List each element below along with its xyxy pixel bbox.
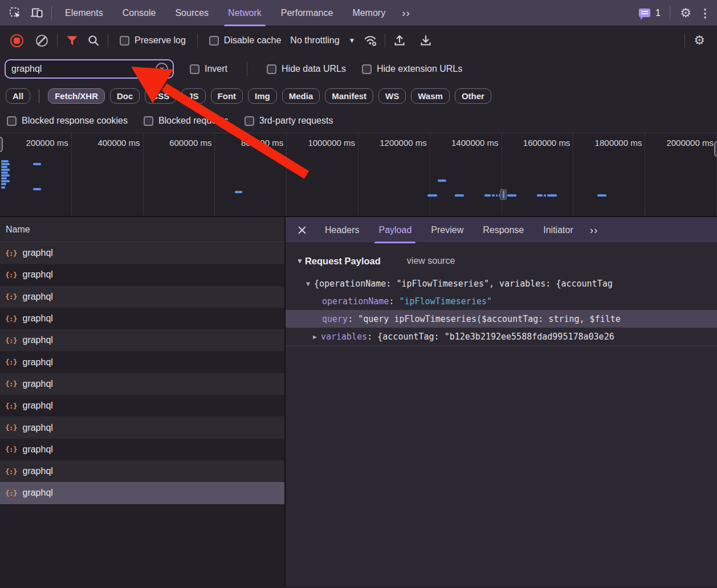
tab-memory[interactable]: Memory bbox=[343, 0, 395, 26]
detail-tab-headers[interactable]: Headers bbox=[315, 217, 369, 243]
payload-text: variables bbox=[321, 332, 367, 342]
filter-chip-all[interactable]: All bbox=[6, 88, 30, 104]
checkbox-box[interactable] bbox=[362, 64, 372, 74]
request-name: graphql bbox=[22, 335, 52, 345]
checkbox-box[interactable] bbox=[245, 116, 254, 126]
filter-chip-other[interactable]: Other bbox=[455, 88, 491, 104]
tab-performance[interactable]: Performance bbox=[271, 0, 343, 26]
checkbox-box[interactable] bbox=[7, 116, 17, 126]
network-overview-timeline[interactable]: 200000 ms400000 ms600000 ms800000 ms1000… bbox=[0, 133, 717, 217]
checkbox-box[interactable] bbox=[190, 64, 199, 74]
request-row[interactable]: {:}graphql bbox=[0, 482, 284, 504]
divider bbox=[385, 34, 385, 47]
preserve-log-checkbox[interactable]: Preserve log bbox=[120, 35, 186, 46]
invert-checkbox[interactable]: Invert bbox=[190, 64, 227, 74]
inspect-element-icon[interactable] bbox=[5, 0, 26, 26]
detail-tab-payload[interactable]: Payload bbox=[369, 217, 421, 243]
main-tabs: ElementsConsoleSourcesNetworkPerformance… bbox=[55, 0, 395, 26]
kebab-menu-icon[interactable]: ⋮ bbox=[698, 0, 712, 26]
filter-chip-font[interactable]: Font bbox=[211, 88, 243, 104]
network-settings-gear-icon[interactable]: ⚙ bbox=[689, 27, 710, 54]
filter-chip-ws[interactable]: WS bbox=[378, 88, 406, 104]
view-source-link[interactable]: view source bbox=[407, 256, 455, 266]
request-name: graphql bbox=[22, 466, 52, 476]
request-row[interactable]: {:}graphql bbox=[0, 264, 284, 285]
payload-line[interactable]: query: "query ipFlowTimeseries($accountT… bbox=[286, 310, 717, 328]
checkbox-box[interactable] bbox=[144, 116, 153, 126]
search-icon[interactable] bbox=[83, 27, 104, 54]
overview-right-grip[interactable] bbox=[714, 141, 717, 157]
request-row[interactable]: {:}graphql bbox=[0, 439, 284, 460]
payload-text: "ipFlowTimeseries" bbox=[399, 296, 492, 307]
detail-tabbar: HeadersPayloadPreviewResponseInitiator ›… bbox=[286, 217, 717, 243]
hide-data-urls-checkbox[interactable]: Hide data URLs bbox=[267, 64, 346, 74]
request-row[interactable]: {:}graphql bbox=[0, 286, 284, 308]
divider bbox=[108, 34, 108, 47]
filter-chip-media[interactable]: Media bbox=[282, 88, 320, 104]
-rd-party-requests-checkbox[interactable]: 3rd-party requests bbox=[245, 116, 333, 126]
filter-chip-css[interactable]: CSS bbox=[145, 88, 176, 104]
filter-input-box[interactable]: × bbox=[5, 59, 174, 79]
collapse-triangle-icon[interactable]: ▼ bbox=[296, 257, 303, 265]
issues-icon[interactable] bbox=[639, 9, 650, 17]
request-name: graphql bbox=[22, 248, 52, 258]
disable-cache-checkbox[interactable]: Disable cache bbox=[209, 35, 282, 46]
clear-filter-icon[interactable]: × bbox=[156, 63, 168, 75]
more-detail-tabs-icon[interactable]: ›› bbox=[583, 224, 605, 236]
checkbox-label: 3rd-party requests bbox=[259, 116, 333, 126]
filter-chip-js[interactable]: JS bbox=[181, 88, 205, 104]
request-timing-bar bbox=[1, 180, 10, 182]
request-row[interactable]: {:}graphql bbox=[0, 395, 284, 416]
tab-network[interactable]: Network bbox=[218, 0, 271, 26]
tab-elements[interactable]: Elements bbox=[55, 0, 113, 26]
clear-network-log-button[interactable] bbox=[36, 35, 48, 47]
request-name: graphql bbox=[22, 292, 52, 302]
name-column-header[interactable]: Name bbox=[0, 217, 284, 242]
checkbox-box[interactable] bbox=[209, 36, 219, 46]
checkbox-box[interactable] bbox=[120, 36, 129, 46]
disable-cache-label: Disable cache bbox=[224, 35, 282, 46]
payload-text: query bbox=[322, 314, 348, 324]
device-toolbar-icon[interactable] bbox=[26, 0, 48, 26]
filter-chip-img[interactable]: Img bbox=[248, 88, 277, 104]
record-network-log-button[interactable] bbox=[10, 34, 23, 47]
request-row[interactable]: {:}graphql bbox=[0, 308, 284, 329]
overview-left-grip[interactable] bbox=[0, 137, 3, 152]
throttling-select[interactable]: No throttling ▼ bbox=[290, 35, 355, 46]
divider bbox=[670, 6, 670, 20]
request-row[interactable]: {:}graphql bbox=[0, 416, 284, 438]
detail-tab-initiator[interactable]: Initiator bbox=[533, 217, 582, 243]
request-row[interactable]: {:}graphql bbox=[0, 460, 284, 482]
payload-line[interactable]: ▶variables: {accountTag: "b12e3b2192ee55… bbox=[286, 328, 717, 345]
checkbox-box[interactable] bbox=[267, 64, 276, 74]
hide-extension-urls-checkbox[interactable]: Hide extension URLs bbox=[362, 64, 462, 74]
filter-chip-wasm[interactable]: Wasm bbox=[411, 88, 450, 104]
settings-gear-icon[interactable]: ⚙ bbox=[675, 0, 696, 26]
tab-sources[interactable]: Sources bbox=[165, 0, 218, 26]
preserve-log-label: Preserve log bbox=[135, 35, 186, 46]
json-braces-icon: {:} bbox=[5, 271, 17, 279]
filter-chip-manifest[interactable]: Manifest bbox=[325, 88, 373, 104]
payload-line[interactable]: operationName: "ipFlowTimeseries" bbox=[286, 292, 717, 310]
close-details-icon[interactable] bbox=[292, 217, 312, 243]
request-row[interactable]: {:}graphql bbox=[0, 351, 284, 373]
request-row[interactable]: {:}graphql bbox=[0, 242, 284, 264]
export-har-icon[interactable] bbox=[415, 27, 437, 54]
request-row[interactable]: {:}graphql bbox=[0, 329, 284, 351]
filter-input[interactable] bbox=[11, 64, 156, 74]
detail-tab-response[interactable]: Response bbox=[473, 217, 533, 243]
network-conditions-icon[interactable] bbox=[360, 27, 381, 54]
tab-console[interactable]: Console bbox=[113, 0, 166, 26]
json-braces-icon: {:} bbox=[5, 379, 17, 388]
more-tabs-icon[interactable]: ›› bbox=[395, 7, 417, 19]
request-row[interactable]: {:}graphql bbox=[0, 373, 284, 395]
filter-funnel-icon[interactable] bbox=[61, 27, 83, 54]
filter-chip-doc[interactable]: Doc bbox=[110, 88, 140, 104]
blocked-requests-checkbox[interactable]: Blocked requests bbox=[144, 116, 229, 126]
detail-tab-preview[interactable]: Preview bbox=[421, 217, 473, 243]
import-har-icon[interactable] bbox=[389, 27, 410, 54]
filter-chip-fetchxhr[interactable]: Fetch/XHR bbox=[48, 88, 105, 104]
request-timing-bar bbox=[1, 183, 6, 185]
blocked-response-cookies-checkbox[interactable]: Blocked response cookies bbox=[7, 116, 128, 126]
payload-line[interactable]: ▼{operationName: "ipFlowTimeseries", var… bbox=[286, 275, 717, 292]
